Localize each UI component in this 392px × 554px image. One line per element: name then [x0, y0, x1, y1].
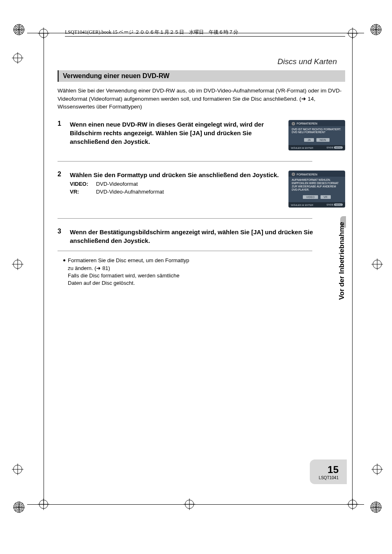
bullet-icon	[63, 259, 65, 261]
step-divider	[58, 218, 312, 219]
screen-2-buttons: VIDEO VR	[288, 193, 345, 202]
step-1-text: Wenn einen neue DVD-RW in dieses Gerät e…	[70, 120, 281, 146]
chapter-label: Discs und Karten	[58, 57, 345, 66]
page-number: 15	[319, 464, 339, 476]
step-2-row: 2 Wählen Sie den Formattyp und drücken S…	[58, 171, 345, 208]
screen-1-title-row: FORMATIEREN	[288, 120, 345, 126]
note-bullet: Formatieren Sie die Disc erneut, um den …	[63, 257, 193, 287]
cross-registration-icon	[13, 465, 22, 474]
screen-preview-2: FORMATIEREN AUFNAHMEFORMAT WÄHLEN. EMPFO…	[288, 171, 345, 208]
crop-line	[44, 33, 44, 506]
step-divider	[58, 161, 312, 162]
registration-mark-icon	[370, 501, 382, 513]
screen-1-title: FORMATIEREN	[297, 122, 317, 125]
screen-1-buttons: JA NEIN	[288, 136, 345, 145]
screen-1-footer: WÄHLEN ⊕ ENTER ENDE MENU	[288, 145, 345, 150]
side-tab-label: Vor der Inbetriebnahme	[338, 222, 346, 300]
screen-1-nein-button: NEIN	[316, 138, 330, 142]
registration-mark-icon	[13, 501, 25, 513]
step-3-row: 3 Wenn der Bestätigungsbildschirm angeze…	[58, 228, 345, 245]
cross-registration-icon	[348, 29, 357, 38]
step-number: 1	[58, 120, 64, 146]
document-code: LSQT1041	[319, 476, 339, 480]
screen-1-foot-right: ENDE MENU	[327, 146, 343, 149]
section-heading-bar: Verwendung einer neuen DVD-RW	[58, 70, 345, 82]
intro-paragraph: Wählen Sie bei der Verwendung einer DVD-…	[58, 87, 345, 111]
registration-mark-icon	[370, 24, 382, 35]
crop-line	[27, 504, 364, 505]
step-number: 2	[58, 171, 64, 195]
section-heading: Verwendung einer neuen DVD-RW	[63, 72, 341, 80]
step-2-vr-line: VR: DVD-Video-Aufnahmeformat	[70, 189, 279, 195]
step-divider	[58, 251, 312, 251]
cross-registration-icon	[373, 465, 382, 474]
vr-label: VR:	[70, 189, 95, 195]
vr-value: DVD-Video-Aufnahmeformat	[96, 189, 164, 195]
content-area: LSQT1041(GER).book 15 ページ ２００６年１月２５日 水曜日…	[58, 29, 345, 287]
screen-1-foot-left: WÄHLEN ⊕ ENTER	[291, 146, 313, 149]
video-label: VIDEO:	[70, 181, 95, 187]
notes-block: Formatieren Sie die Disc erneut, um den …	[58, 257, 193, 287]
screen-2-message: AUFNAHMEFORMAT WÄHLEN. EMPFOHLEN WIRD DI…	[288, 177, 345, 193]
disc-icon	[292, 173, 295, 176]
screen-2-foot-left: WÄHLEN ⊕ ENTER	[291, 203, 313, 206]
step-number: 3	[58, 228, 64, 245]
screen-1-ja-button: JA	[304, 138, 314, 142]
cross-registration-icon	[13, 260, 22, 269]
registration-mark-icon	[13, 24, 25, 35]
screen-2-foot-right: ENDE MENU	[327, 203, 343, 206]
step-2-video-line: VIDEO: DVD-Videoformat	[70, 181, 279, 187]
screen-preview-1: FORMATIEREN DVD IST NICHT RICHTIG FORMAT…	[288, 120, 345, 151]
cross-registration-icon	[373, 260, 382, 269]
step-1-row: 1 Wenn einen neue DVD-RW in dieses Gerät…	[58, 120, 345, 151]
screen-2-vr-button: VR	[321, 195, 331, 199]
source-file-header: LSQT1041(GER).book 15 ページ ２００６年１月２５日 水曜日…	[65, 29, 345, 37]
screen-2-title-row: FORMATIEREN	[288, 171, 345, 177]
screen-1-message: DVD IST NICHT RICHTIG FORMATIERT. DVD NE…	[288, 126, 345, 136]
screen-2-title: FORMATIEREN	[297, 173, 317, 176]
note-text: Formatieren Sie die Disc erneut, um den …	[68, 257, 193, 287]
step-3-text: Wenn der Bestätigungsbildschirm angezeig…	[70, 228, 345, 245]
crop-line	[352, 33, 353, 506]
video-value: DVD-Videoformat	[96, 181, 138, 187]
step-2-text: Wählen Sie den Formattyp und drücken Sie…	[70, 171, 279, 179]
screen-2-video-button: VIDEO	[303, 195, 318, 199]
cross-registration-icon	[13, 53, 22, 62]
disc-icon	[292, 122, 295, 125]
page: LSQT1041(GER).book 15 ページ ２００６年１月２５日 水曜日…	[0, 0, 392, 554]
screen-2-footer: WÄHLEN ⊕ ENTER ENDE MENU	[288, 202, 345, 208]
page-number-box: 15 LSQT1041	[319, 464, 339, 480]
